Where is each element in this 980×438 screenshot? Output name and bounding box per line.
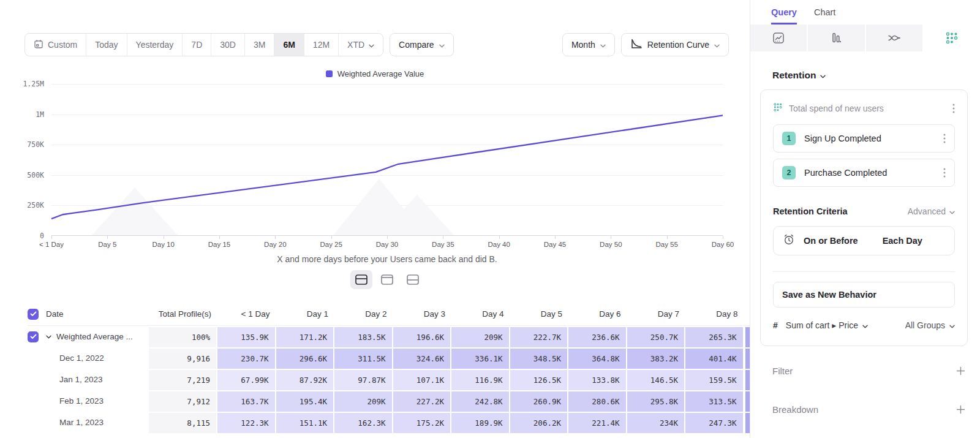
step-event-label: Purchase Completed bbox=[804, 168, 935, 178]
retention-value-cell: 227.2K bbox=[393, 390, 452, 412]
timing-label[interactable]: On or Before bbox=[804, 236, 858, 246]
row-label-cell: Feb 1, 2023 bbox=[46, 390, 149, 412]
retention-value-cell: 133.8K bbox=[568, 369, 627, 390]
retention-value-cell: 159.5K bbox=[685, 369, 744, 390]
report-type-insights[interactable] bbox=[750, 25, 807, 51]
range-30d[interactable]: 30D bbox=[211, 34, 245, 56]
retention-value-cell: 195.4K bbox=[276, 390, 335, 412]
report-type-flows[interactable] bbox=[866, 25, 922, 51]
retention-value-cell: 242.8K bbox=[451, 390, 510, 412]
tab-chart[interactable]: Chart bbox=[814, 7, 835, 25]
retention-criteria-label: Retention Criteria bbox=[773, 206, 908, 216]
row-checkbox-cell bbox=[28, 326, 46, 347]
total-profiles-cell: 7,912 bbox=[149, 390, 217, 412]
measure-property-label: Sum of cart ▸ Price bbox=[786, 320, 858, 330]
y-tick-label: 1M bbox=[36, 110, 44, 119]
retention-dots-icon bbox=[773, 102, 783, 115]
column-header: Day 8 bbox=[685, 303, 744, 325]
range-yesterday[interactable]: Yesterday bbox=[127, 34, 183, 56]
x-tickmark bbox=[723, 236, 723, 239]
retention-section-dropdown[interactable]: Retention bbox=[772, 70, 968, 81]
report-type-funnels[interactable] bbox=[808, 25, 864, 51]
chart-controls: Month Retention Curve bbox=[562, 33, 729, 56]
y-axis: 1.25M1M750K500K250K0 bbox=[0, 84, 51, 236]
range-12m[interactable]: 12M bbox=[304, 34, 339, 56]
range-3m[interactable]: 3M bbox=[245, 34, 274, 56]
row-label: Weighted Average ... bbox=[56, 332, 133, 341]
layout-top-icon bbox=[380, 274, 394, 285]
behavior-step-row[interactable]: 1Sign Up Completed bbox=[773, 124, 955, 153]
range-custom[interactable]: Custom bbox=[25, 34, 86, 56]
range-label: Today bbox=[95, 40, 118, 50]
compare-button[interactable]: Compare bbox=[390, 33, 454, 56]
range-label: 30D bbox=[220, 40, 236, 50]
row-label-cell: Dec 1, 2022 bbox=[46, 347, 149, 369]
header-checkbox-cell bbox=[28, 303, 46, 325]
chart-type-dropdown[interactable]: Retention Curve bbox=[621, 33, 729, 56]
kebab-menu-icon[interactable] bbox=[943, 134, 946, 143]
retention-value-cell: 280.6K bbox=[568, 390, 627, 412]
tab-query[interactable]: Query bbox=[771, 7, 797, 25]
granularity-dropdown[interactable]: Month bbox=[562, 33, 615, 56]
behavior-step-row[interactable]: 2Purchase Completed bbox=[773, 159, 955, 187]
retention-value-cell: 324.6K bbox=[393, 347, 452, 369]
kebab-menu-icon[interactable] bbox=[943, 168, 946, 178]
kebab-menu-icon[interactable] bbox=[952, 104, 955, 113]
retention-value-cell: 348.5K bbox=[510, 347, 569, 369]
range-7d[interactable]: 7D bbox=[183, 34, 211, 56]
save-as-new-behavior-button[interactable]: Save as New Behavior bbox=[773, 282, 955, 308]
chart-type-label: Retention Curve bbox=[647, 40, 709, 50]
range-xtd[interactable]: XTD bbox=[339, 34, 383, 56]
clipped-day9-cell bbox=[745, 390, 750, 412]
report-type-retention[interactable] bbox=[924, 25, 980, 51]
select-all-checkbox[interactable] bbox=[28, 309, 39, 320]
layout-split-view-button[interactable] bbox=[350, 270, 372, 289]
retention-criteria-row: Retention Criteria Advanced bbox=[773, 206, 955, 216]
range-6m[interactable]: 6M bbox=[274, 34, 304, 56]
column-header: Day 7 bbox=[627, 303, 686, 325]
retention-value-cell: 209K bbox=[334, 390, 393, 412]
range-today[interactable]: Today bbox=[86, 34, 127, 56]
chart-legend: Weighted Average Value bbox=[0, 67, 750, 80]
retention-value-cell: 183.5K bbox=[334, 326, 393, 347]
row-expander-chevron-icon[interactable] bbox=[46, 335, 51, 339]
column-header: < 1 Day bbox=[217, 303, 276, 325]
legend-swatch bbox=[326, 70, 333, 77]
sidebar-tabs: Query Chart bbox=[750, 0, 980, 25]
add-filter-button[interactable] bbox=[956, 366, 965, 376]
range-label: 6M bbox=[283, 40, 295, 50]
layout-mid-icon bbox=[355, 274, 368, 285]
retention-section-label: Retention bbox=[772, 70, 816, 81]
flows-icon bbox=[887, 32, 902, 44]
retention-value-cell: 171.2K bbox=[276, 326, 335, 347]
measure-property-dropdown[interactable]: Sum of cart ▸ Price bbox=[786, 320, 868, 330]
range-label: 12M bbox=[313, 40, 330, 50]
timing-unit[interactable]: Each Day bbox=[883, 236, 922, 246]
date-range-toolbar: CustomTodayYesterday7D30D3M6M12MXTD Comp… bbox=[24, 33, 729, 56]
clipped-day9-cell bbox=[745, 412, 750, 433]
clipped-day9-cell bbox=[745, 369, 750, 390]
retention-value-cell: 336.1K bbox=[451, 347, 510, 369]
y-tick-label: 1.25M bbox=[23, 80, 44, 88]
x-tick-label: < 1 Day bbox=[39, 241, 64, 248]
groups-label: All Groups bbox=[905, 320, 945, 330]
behavior-card: Total spend of new users 1Sign Up Comple… bbox=[760, 89, 968, 346]
retention-report-page: CustomTodayYesterday7D30D3M6M12MXTD Comp… bbox=[0, 0, 980, 438]
add-breakdown-button[interactable] bbox=[956, 405, 965, 414]
behavior-title: Total spend of new users bbox=[789, 104, 946, 113]
row-checkbox[interactable] bbox=[28, 331, 39, 342]
x-tick-label: Day 30 bbox=[376, 241, 398, 248]
layout-table-view-button[interactable] bbox=[402, 270, 424, 289]
range-label: Yesterday bbox=[136, 40, 174, 50]
retention-timing-control[interactable]: On or Before Each Day bbox=[773, 226, 955, 255]
column-header-date: Date bbox=[46, 303, 149, 325]
retention-value-cell: 146.5K bbox=[627, 369, 686, 390]
retention-value-cell: 196.6K bbox=[393, 326, 452, 347]
retention-value-cell: 116.9K bbox=[451, 369, 510, 390]
layout-chart-view-button[interactable] bbox=[376, 270, 398, 289]
x-tick-label: Day 55 bbox=[655, 241, 677, 248]
granularity-label: Month bbox=[571, 40, 595, 50]
retention-value-cell: 135.9K bbox=[217, 326, 276, 347]
criteria-mode-dropdown[interactable]: Advanced bbox=[908, 206, 955, 216]
groups-dropdown[interactable]: All Groups bbox=[905, 320, 955, 330]
